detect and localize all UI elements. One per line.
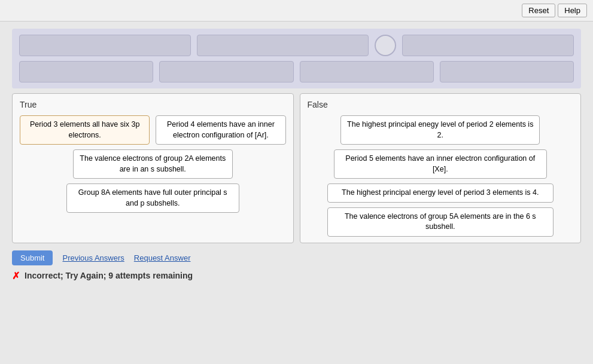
false-card-2[interactable]: Period 5 elements have an inner electron… <box>334 149 547 179</box>
action-row: Submit Previous Answers Request Answer <box>12 250 581 265</box>
true-card-3[interactable]: The valence electrons of group 2A elemen… <box>73 149 233 179</box>
false-cards-area: The highest principal enegy level of per… <box>308 115 574 237</box>
main-area: True Period 3 elements all have six 3p e… <box>12 93 581 243</box>
false-card-1[interactable]: The highest principal enegy level of per… <box>340 115 540 145</box>
drag-slot-5[interactable] <box>159 61 293 82</box>
true-panel-title: True <box>20 100 286 109</box>
false-panel: False The highest principal enegy level … <box>300 93 582 243</box>
drag-row-1 <box>19 35 574 56</box>
drag-slot-7[interactable] <box>440 61 574 82</box>
true-card-2[interactable]: Period 4 elements have an inner electron… <box>156 115 285 145</box>
false-panel-title: False <box>308 100 574 109</box>
true-card-4[interactable]: Group 8A elements have full outer princi… <box>66 183 239 213</box>
request-answer-button[interactable]: Request Answer <box>134 253 191 262</box>
drag-slot-6[interactable] <box>300 61 434 82</box>
drag-slot-3[interactable] <box>402 35 574 56</box>
drag-slot-4[interactable] <box>19 61 153 82</box>
drag-slot-1[interactable] <box>19 35 191 56</box>
error-row: ✗ Incorrect; Try Again; 9 attempts remai… <box>12 270 581 282</box>
drag-slot-2[interactable] <box>197 35 369 56</box>
drag-row-2 <box>19 61 574 82</box>
top-bar: Reset Help <box>0 0 593 22</box>
false-card-4[interactable]: The valence electrons of group 5A elemen… <box>327 207 554 237</box>
true-panel: True Period 3 elements all have six 3p e… <box>12 93 294 243</box>
reset-button[interactable]: Reset <box>522 4 555 17</box>
help-button[interactable]: Help <box>558 4 587 17</box>
true-card-1[interactable]: Period 3 elements all have six 3p electr… <box>20 115 150 145</box>
false-card-3[interactable]: The highest principal energy level of pe… <box>327 183 554 203</box>
true-card-row-1: Period 3 elements all have six 3p electr… <box>20 115 286 145</box>
drag-area <box>12 29 581 88</box>
previous-answers-button[interactable]: Previous Answers <box>62 253 124 262</box>
error-icon: ✗ <box>12 270 20 282</box>
drag-slot-circle[interactable] <box>375 35 396 56</box>
bottom-area: Submit Previous Answers Request Answer ✗… <box>12 250 581 282</box>
true-cards-area: Period 3 elements all have six 3p electr… <box>20 115 286 213</box>
submit-button[interactable]: Submit <box>12 250 53 265</box>
error-message: Incorrect; Try Again; 9 attempts remaini… <box>25 271 193 280</box>
